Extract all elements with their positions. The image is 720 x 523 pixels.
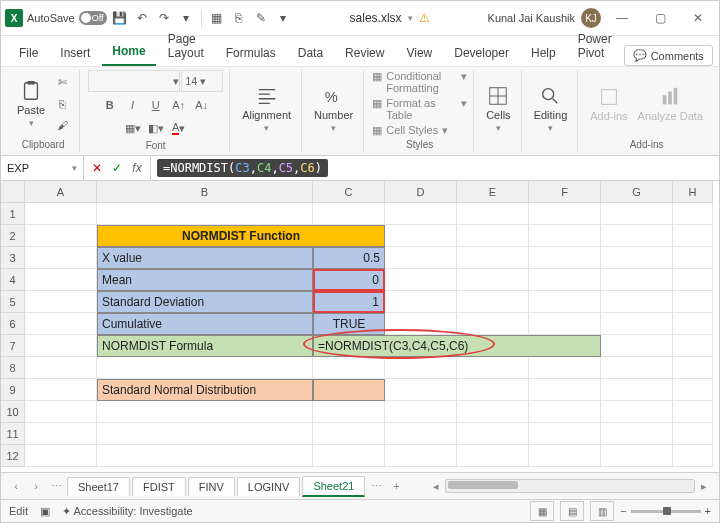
row-header[interactable]: 4 [1,269,25,291]
cell[interactable]: Mean [97,269,313,291]
cell[interactable] [457,203,529,225]
col-header[interactable]: A [25,181,97,203]
col-header[interactable]: B [97,181,313,203]
cell[interactable] [673,313,713,335]
active-cell[interactable]: =NORMDIST(C3,C4,C5,C6) [313,335,601,357]
sheet-tab[interactable]: LOGINV [237,477,301,496]
addins-button[interactable]: Add-ins [586,84,631,124]
cell[interactable] [673,379,713,401]
sheet-tab[interactable]: FDIST [132,477,186,496]
cell[interactable] [97,401,313,423]
cell[interactable] [601,379,673,401]
tab-home[interactable]: Home [102,38,155,66]
zoom-out-button[interactable]: − [620,505,626,517]
col-header[interactable]: C [313,181,385,203]
borders-icon[interactable]: ▦▾ [122,118,144,138]
cell[interactable] [457,401,529,423]
redo-icon[interactable]: ↷ [155,9,173,27]
cell-title[interactable]: NORMDIST Function [97,225,385,247]
tab-data[interactable]: Data [288,40,333,66]
cell[interactable] [457,269,529,291]
cell[interactable]: 0 [313,269,385,291]
autosave-switch[interactable]: Off [79,11,107,25]
cell[interactable] [673,335,713,357]
analyze-data-button[interactable]: Analyze Data [634,84,707,124]
cell[interactable] [385,291,457,313]
cell[interactable] [601,247,673,269]
scroll-thumb[interactable] [448,481,518,489]
qat-more-icon[interactable]: ▾ [177,9,195,27]
row-header[interactable]: 2 [1,225,25,247]
format-painter-icon[interactable]: 🖌 [51,115,73,135]
tab-view[interactable]: View [396,40,442,66]
conditional-formatting-button[interactable]: ▦ Conditional Formatting ▾ [372,70,467,94]
close-button[interactable]: ✕ [681,3,715,33]
scroll-track[interactable] [445,479,695,493]
cell[interactable] [673,269,713,291]
worksheet-grid[interactable]: A B C D E F G H 1 2 NORMDIST Function 3 … [1,181,719,472]
cell[interactable]: Standard Normal Distribution [97,379,313,401]
alignment-button[interactable]: Alignment▾ [238,83,295,135]
tab-page-layout[interactable]: Page Layout [158,26,214,66]
font-size-combo[interactable]: 14 ▾ [181,70,223,92]
horizontal-scrollbar[interactable]: ◂ ▸ [427,479,713,493]
bold-button[interactable]: B [99,95,121,115]
sheet-tab[interactable]: Sheet17 [67,477,130,496]
new-sheet-button[interactable]: + [387,480,405,492]
cell[interactable] [313,445,385,467]
cell[interactable] [601,335,673,357]
zoom-slider[interactable] [631,510,701,513]
cell[interactable] [601,225,673,247]
maximize-button[interactable]: ▢ [643,3,677,33]
cut-icon[interactable]: ✄ [51,73,73,93]
cell[interactable] [385,203,457,225]
formula-input[interactable]: =NORMDIST(C3,C4,C5,C6) [151,156,719,180]
tab-developer[interactable]: Developer [444,40,519,66]
cell[interactable] [25,269,97,291]
increase-font-icon[interactable]: A↑ [168,95,190,115]
tab-power-pivot[interactable]: Power Pivot [568,26,622,66]
format-as-table-button[interactable]: ▦ Format as Table ▾ [372,97,467,121]
cell[interactable] [25,379,97,401]
cell[interactable] [529,225,601,247]
sheet-tab-active[interactable]: Sheet21 [302,476,365,497]
cell[interactable] [457,379,529,401]
cell[interactable]: 1 [313,291,385,313]
scroll-right-icon[interactable]: ▸ [695,480,713,493]
cell[interactable] [529,401,601,423]
cell[interactable] [673,225,713,247]
row-header[interactable]: 9 [1,379,25,401]
cell[interactable] [529,269,601,291]
cell[interactable]: 0.5 [313,247,385,269]
cell[interactable] [601,423,673,445]
number-format-button[interactable]: % Number▾ [310,83,357,135]
view-page-break-icon[interactable]: ▥ [590,501,614,521]
user-account[interactable]: Kunal Jai Kaushik KJ [488,8,601,28]
cell[interactable] [529,445,601,467]
cell[interactable] [529,379,601,401]
qat-btn-2[interactable]: ⎘ [230,9,248,27]
qat-btn-3[interactable]: ✎ [252,9,270,27]
cells-button[interactable]: Cells▾ [482,83,514,135]
cell[interactable] [97,357,313,379]
cell-styles-button[interactable]: ▦ Cell Styles ▾ [372,124,448,137]
cell[interactable] [457,423,529,445]
row-header[interactable]: 1 [1,203,25,225]
cell[interactable] [25,423,97,445]
col-header[interactable]: H [673,181,713,203]
paste-button[interactable]: Paste ▾ [13,78,49,130]
col-header[interactable]: E [457,181,529,203]
cell[interactable] [97,423,313,445]
cell[interactable] [385,247,457,269]
sheet-more-right[interactable]: ⋯ [367,480,385,493]
cell[interactable] [25,247,97,269]
cell[interactable] [529,357,601,379]
sheet-tab[interactable]: FINV [188,477,235,496]
cell[interactable] [385,445,457,467]
fill-color-icon[interactable]: ◧▾ [145,118,167,138]
tab-help[interactable]: Help [521,40,566,66]
cell[interactable] [385,379,457,401]
cell[interactable] [25,335,97,357]
cell[interactable] [25,401,97,423]
col-header[interactable]: D [385,181,457,203]
